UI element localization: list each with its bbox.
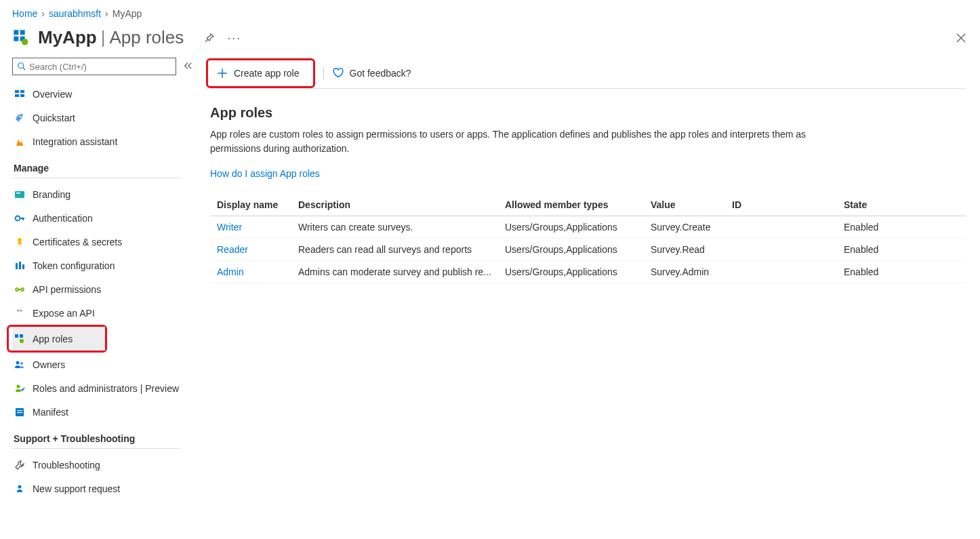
sidebar-item-authentication[interactable]: Authentication	[12, 206, 194, 230]
certificates-icon	[14, 236, 26, 248]
svg-rect-29	[17, 410, 22, 411]
role-value: Survey.Read	[644, 239, 725, 261]
svg-point-19	[16, 288, 18, 291]
svg-rect-1	[20, 30, 25, 35]
role-value: Survey.Create	[644, 216, 725, 239]
sidebar-item-label: Authentication	[33, 213, 93, 224]
owners-icon	[14, 359, 26, 371]
col-state[interactable]: State	[837, 194, 966, 216]
manifest-icon	[14, 406, 26, 418]
role-desc: Writers can create surveys.	[291, 216, 498, 239]
collapse-icon[interactable]	[183, 61, 195, 73]
svg-point-14	[16, 216, 20, 220]
feedback-button[interactable]: Got feedback?	[332, 67, 411, 79]
token-icon	[14, 260, 26, 272]
table-row[interactable]: Reader Readers can read all surveys and …	[210, 239, 966, 261]
sidebar: Overview Quickstart Integration assistan…	[0, 58, 195, 537]
svg-rect-12	[15, 191, 24, 198]
role-state: Enabled	[837, 261, 966, 283]
sidebar-item-token[interactable]: Token configuration	[12, 254, 194, 277]
sidebar-item-branding[interactable]: Branding	[12, 182, 194, 206]
role-types: Users/Groups,Applications	[498, 216, 644, 239]
svg-rect-23	[20, 334, 23, 338]
col-description[interactable]: Description	[291, 194, 498, 216]
sidebar-item-troubleshooting[interactable]: Troubleshooting	[12, 453, 194, 477]
chevron-right-icon: ›	[105, 8, 108, 19]
support-request-icon	[14, 483, 26, 495]
create-app-role-button[interactable]: Create app role	[213, 62, 308, 85]
integration-icon	[14, 136, 26, 148]
table-row[interactable]: Admin Admins can moderate survey and pub…	[210, 261, 966, 283]
col-value[interactable]: Value	[644, 194, 725, 216]
svg-rect-13	[16, 193, 20, 194]
svg-rect-9	[15, 94, 19, 97]
title-separator: |	[97, 27, 110, 48]
role-id	[725, 261, 837, 283]
sidebar-item-label: App roles	[33, 334, 73, 344]
sidebar-item-label: Roles and administrators | Preview	[33, 383, 179, 394]
svg-rect-22	[15, 334, 18, 338]
col-member-types[interactable]: Allowed member types	[498, 194, 644, 216]
create-button-label: Create app role	[234, 68, 300, 79]
sidebar-item-quickstart[interactable]: Quickstart	[12, 106, 194, 129]
sidebar-item-api-permissions[interactable]: API permissions	[12, 277, 194, 301]
help-link[interactable]: How do I assign App roles	[210, 168, 320, 179]
role-link[interactable]: Writer	[217, 222, 242, 233]
plus-icon	[216, 67, 228, 79]
role-id	[725, 239, 837, 261]
branding-icon	[14, 188, 26, 201]
sidebar-item-roles-admins[interactable]: Roles and administrators | Preview	[12, 376, 194, 400]
search-field[interactable]	[26, 62, 171, 72]
heart-icon	[332, 67, 344, 79]
sidebar-item-support-request[interactable]: New support request	[12, 477, 194, 500]
svg-point-5	[23, 39, 26, 42]
sidebar-item-expose-api[interactable]: Expose an API	[12, 301, 194, 325]
sidebar-item-label: Troubleshooting	[33, 460, 100, 471]
sidebar-item-certificates[interactable]: Certificates & secrets	[12, 230, 194, 254]
breadcrumb: Home › saurabhmsft › MyApp	[0, 0, 980, 23]
sidebar-item-integration[interactable]: Integration assistant	[12, 129, 194, 153]
feedback-label: Got feedback?	[350, 68, 411, 79]
sidebar-item-app-roles[interactable]: App roles	[12, 327, 105, 351]
close-icon[interactable]	[954, 31, 968, 45]
svg-point-26	[20, 362, 23, 365]
search-icon	[17, 62, 26, 71]
svg-point-31	[18, 485, 22, 488]
sidebar-item-overview[interactable]: Overview	[12, 82, 194, 106]
sidebar-item-label: Owners	[33, 359, 65, 370]
role-types: Users/Groups,Applications	[498, 261, 644, 283]
app-icon	[12, 28, 31, 47]
svg-point-24	[20, 339, 24, 343]
sidebar-item-label: API permissions	[33, 284, 101, 295]
sidebar-section-manage: Manage	[12, 153, 180, 178]
col-id[interactable]: ID	[725, 194, 837, 216]
page-header: MyApp | App roles ···	[0, 23, 980, 58]
breadcrumb-user[interactable]: saurabhmsft	[49, 8, 101, 19]
page-title: MyApp	[38, 27, 97, 48]
svg-rect-7	[15, 90, 19, 93]
role-desc: Admins can moderate survey and publish r…	[291, 261, 498, 283]
breadcrumb-home[interactable]: Home	[12, 8, 37, 19]
role-link[interactable]: Admin	[217, 266, 244, 277]
role-state: Enabled	[837, 239, 966, 261]
svg-point-21	[19, 309, 21, 311]
authentication-icon	[14, 212, 26, 224]
roles-admins-icon	[14, 382, 26, 395]
more-icon[interactable]: ···	[227, 32, 241, 44]
main-content: Create app role Got feedback? App roles …	[195, 58, 980, 537]
sidebar-item-label: Integration assistant	[33, 136, 117, 147]
section-title: App roles	[210, 105, 966, 121]
toolbar: Create app role Got feedback?	[210, 62, 966, 89]
breadcrumb-current: MyApp	[113, 8, 142, 19]
pin-icon[interactable]	[204, 33, 215, 43]
sidebar-item-owners[interactable]: Owners	[12, 353, 194, 376]
expose-api-icon	[14, 307, 26, 319]
svg-rect-0	[14, 30, 18, 35]
role-link[interactable]: Reader	[217, 244, 248, 255]
sidebar-item-manifest[interactable]: Manifest	[12, 400, 194, 424]
col-display-name[interactable]: Display name	[210, 194, 291, 216]
search-input[interactable]	[12, 58, 176, 75]
table-row[interactable]: Writer Writers can create surveys. Users…	[210, 216, 966, 239]
section-description: App roles are custom roles to assign per…	[210, 127, 807, 156]
svg-point-20	[21, 288, 24, 291]
